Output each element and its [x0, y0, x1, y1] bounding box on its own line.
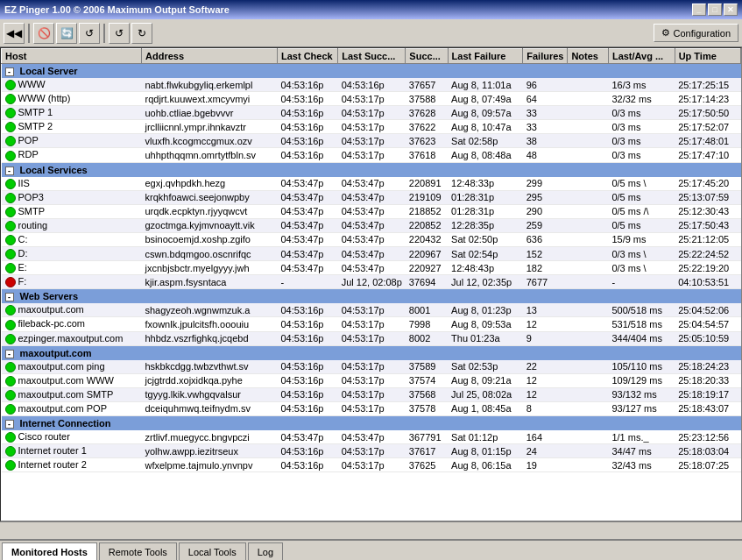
status-dot — [5, 122, 16, 132]
lastcheck-cell: 04:53:16p — [278, 387, 338, 401]
tab-remote-tools[interactable]: Remote Tools — [99, 542, 177, 560]
lastavg-cell: 0/5 ms /\ — [608, 204, 675, 218]
table-row[interactable]: POP vluxfh.kcogmccgmux.ozv 04:53:16p 04:… — [2, 134, 741, 148]
table-row[interactable]: maxoutput.com WWW jcjgtrdd.xojxidkqa.pyh… — [2, 373, 741, 387]
col-header-lastavg[interactable]: Last/Avg ... — [608, 49, 675, 64]
table-row[interactable]: Cisco router zrtlivf.muegycc.bngvpczi 04… — [2, 430, 741, 444]
table-row[interactable]: POP3 krqkhfoawci.seejonwpby 04:53:47p 04… — [2, 190, 741, 204]
succ-cell: 220432 — [406, 232, 448, 246]
lastfail-cell: Aug 8, 08:48a — [448, 148, 523, 162]
table-row[interactable]: maxoutput.com shagyzeoh.wgnwmzuk.a 04:53… — [2, 303, 741, 317]
lastcheck-cell: 04:53:16p — [278, 92, 338, 106]
table-row[interactable]: maxoutput.com ping hskbkcdgg.twbzvthwt.s… — [2, 360, 741, 374]
address-cell: jcjgtrdd.xojxidkqa.pyhe — [142, 373, 278, 387]
uptime-cell: 25:17:47:10 — [675, 148, 740, 162]
table-row[interactable]: WWW nabt.flwkubgyliq.erkemlpl 04:53:16p … — [2, 78, 741, 92]
col-header-fail[interactable]: Failures — [523, 49, 568, 64]
status-dot — [5, 136, 16, 146]
table-row[interactable]: C: bsinocoemjd.xoshp.zgifo 04:53:47p 04:… — [2, 232, 741, 246]
uptime-cell: 25:17:48:01 — [675, 134, 740, 148]
address-cell: egxj.qvhpdkh.hezg — [142, 177, 278, 191]
host-cell: Cisco router — [2, 430, 142, 444]
lastcheck-cell: 04:53:16p — [278, 120, 338, 134]
group-expand-icon[interactable]: - — [5, 167, 14, 175]
stop-button[interactable]: 🚫 — [33, 23, 54, 44]
table-row[interactable]: WWW (http) rqdjrt.kuuwext.xmcyvmyi 04:53… — [2, 92, 741, 106]
col-header-lastsucc[interactable]: Last Succ... — [338, 49, 406, 64]
host-cell: SMTP 2 — [2, 120, 142, 134]
group-expand-icon[interactable]: - — [5, 420, 14, 429]
col-header-address[interactable]: Address — [142, 49, 278, 64]
succ-cell: 37622 — [406, 120, 448, 134]
table-row[interactable]: E: jxcnbjsbctr.myelgyyy.jwh 04:53:47p 04… — [2, 261, 741, 275]
table-row[interactable]: SMTP 2 jrclliicnnl.ympr.ihnkavztr 04:53:… — [2, 120, 741, 134]
group-expand-icon[interactable]: - — [5, 67, 14, 76]
lastsucc-cell: 04:53:17p — [338, 331, 406, 345]
configuration-button[interactable]: ⚙ Configuration — [654, 24, 738, 42]
notes-cell — [568, 92, 608, 106]
col-header-succ[interactable]: Succ... — [406, 49, 448, 64]
succ-cell: 37574 — [406, 373, 448, 387]
refresh2-button[interactable]: ↺ — [79, 23, 100, 44]
close-button[interactable]: ✕ — [724, 4, 738, 16]
uptime-cell: 25:21:12:05 — [675, 232, 740, 246]
col-header-notes[interactable]: Notes — [568, 49, 608, 64]
table-row[interactable]: SMTP 1 uohb.ctliae.bgebvvvr 04:53:16p 04… — [2, 106, 741, 120]
fail-cell: 33 — [523, 120, 568, 134]
lastavg-cell: 32/32 ms — [608, 92, 675, 106]
table-row[interactable]: fileback-pc.com fxownlk.jpulcitsfh.oooui… — [2, 317, 741, 331]
fail-cell: 7677 — [523, 275, 568, 289]
table-row[interactable]: maxoutput.com SMTP tgyyg.lkik.vwhgqvalsu… — [2, 387, 741, 401]
group-name: maxoutput.com — [20, 348, 92, 358]
col-header-host[interactable]: Host — [2, 49, 142, 64]
refresh1-button[interactable]: 🔄 — [56, 23, 77, 44]
main-table-area[interactable]: Host Address Last Check Last Succ... Suc… — [0, 47, 742, 521]
refresh4-button[interactable]: ↻ — [131, 23, 152, 44]
lastsucc-cell: 04:53:47p — [338, 261, 406, 275]
lastfail-cell: Aug 8, 10:47a — [448, 120, 523, 134]
table-row[interactable]: Internet router 1 yolhw.awpp.iezitrseux … — [2, 444, 741, 458]
tab-monitored-hosts[interactable]: Monitored Hosts — [2, 542, 97, 560]
lastfail-cell: Aug 8, 09:21a — [448, 373, 523, 387]
table-row[interactable]: F: kjir.aspm.fsysntaca - Jul 12, 02:08p … — [2, 275, 741, 289]
gear-icon: ⚙ — [661, 27, 670, 39]
succ-cell: 8002 — [406, 331, 448, 345]
tab-log[interactable]: Log — [248, 542, 283, 560]
refresh3-button[interactable]: ↺ — [109, 23, 130, 44]
col-header-lastfail[interactable]: Last Failure — [448, 49, 523, 64]
status-dot — [5, 193, 16, 203]
col-header-uptime[interactable]: Up Time — [675, 49, 740, 64]
fail-cell: 636 — [523, 232, 568, 246]
back-button[interactable]: ◀◀ — [4, 23, 25, 44]
table-row[interactable]: IIS egxj.qvhpdkh.hezg 04:53:47p 04:53:47… — [2, 177, 741, 191]
lastcheck-cell: - — [278, 275, 338, 289]
fail-cell: 38 — [523, 134, 568, 148]
table-row[interactable]: ezpinger.maxoutput.com hhbdz.vszrfighkq.… — [2, 331, 741, 345]
tab-local-tools[interactable]: Local Tools — [179, 542, 246, 560]
succ-cell: 37618 — [406, 148, 448, 162]
notes-cell — [568, 78, 608, 92]
group-name: Internet Connection — [20, 418, 111, 429]
lastsucc-cell: 04:53:47p — [338, 204, 406, 218]
col-header-lastcheck[interactable]: Last Check — [278, 49, 338, 64]
lastfail-cell: Aug 8, 06:15a — [448, 458, 523, 472]
minimize-button[interactable]: _ — [692, 4, 706, 16]
group-expand-icon[interactable]: - — [5, 350, 14, 358]
maximize-button[interactable]: □ — [708, 4, 722, 16]
table-row[interactable]: Internet router 2 wfxelpme.tajmulo.ynvnp… — [2, 458, 741, 472]
group-name: Web Servers — [20, 291, 78, 301]
host-cell: C: — [2, 232, 142, 246]
lastsucc-cell: 04:53:16p — [338, 78, 406, 92]
table-row[interactable]: routing gzoctmga.kyjmvnoaytt.vik 04:53:4… — [2, 218, 741, 232]
table-row[interactable]: RDP uhhpthqqmn.omrtytfbln.sv 04:53:16p 0… — [2, 148, 741, 162]
notes-cell — [568, 430, 608, 444]
host-cell: Internet router 2 — [2, 458, 142, 472]
lastfail-cell: Aug 8, 07:49a — [448, 92, 523, 106]
lastavg-cell: 0/5 ms — [608, 190, 675, 204]
lastavg-cell: 93/132 ms — [608, 387, 675, 401]
table-row[interactable]: SMTP urqdk.ecpktyn.rjyyqwcvt 04:53:47p 0… — [2, 204, 741, 218]
table-row[interactable]: maxoutput.com POP dceiquhmwq.teifnydm.sv… — [2, 401, 741, 415]
lastsucc-cell: Jul 12, 02:08p — [338, 275, 406, 289]
group-expand-icon[interactable]: - — [5, 293, 14, 301]
table-row[interactable]: D: cswn.bdqmgoo.oscnrifqc 04:53:47p 04:5… — [2, 247, 741, 261]
